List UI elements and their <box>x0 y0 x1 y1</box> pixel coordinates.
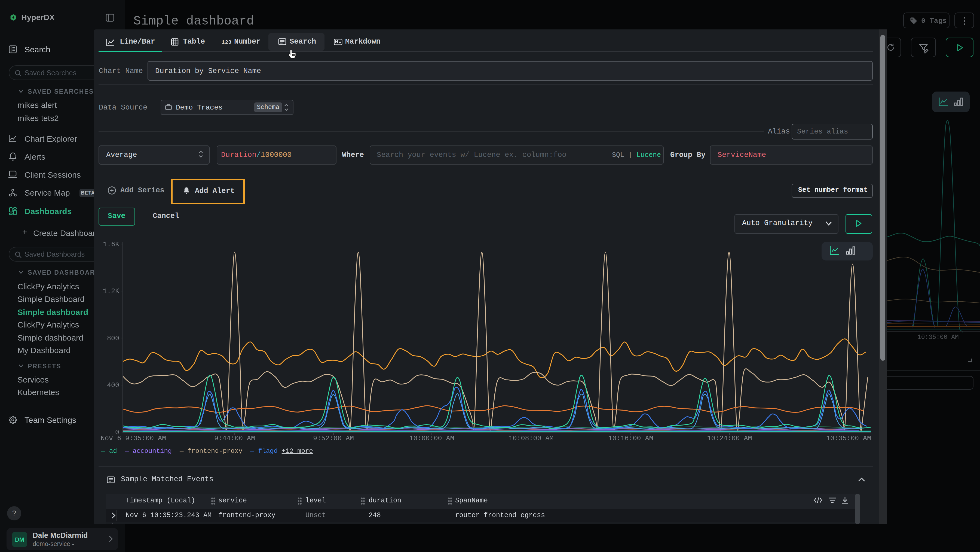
svg-text:Nov 6 9:35:00 AM: Nov 6 9:35:00 AM <box>101 435 166 442</box>
svg-text:10:24:00 AM: 10:24:00 AM <box>707 435 752 442</box>
svg-text:10:00:00 AM: 10:00:00 AM <box>409 435 454 442</box>
svg-text:9:44:00 AM: 9:44:00 AM <box>214 435 255 442</box>
svg-text:10:35:00 AM: 10:35:00 AM <box>917 334 959 341</box>
svg-text:1.6K: 1.6K <box>103 241 119 249</box>
svg-text:10:16:00 AM: 10:16:00 AM <box>608 435 653 442</box>
svg-text:1.2K: 1.2K <box>103 287 119 295</box>
svg-text:9:52:00 AM: 9:52:00 AM <box>313 435 354 442</box>
svg-text:400: 400 <box>107 381 119 389</box>
svg-text:10:08:00 AM: 10:08:00 AM <box>509 435 554 442</box>
svg-text:800: 800 <box>107 335 119 343</box>
svg-text:10:35:00 AM: 10:35:00 AM <box>826 435 871 442</box>
